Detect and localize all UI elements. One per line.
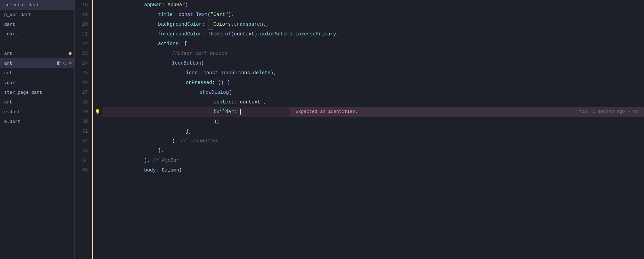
sidebar-item-art3[interactable]: art	[0, 97, 74, 107]
sidebar-item-label: e.dart	[4, 119, 72, 124]
text-cursor	[240, 109, 241, 115]
line-num-28: 28	[75, 97, 88, 107]
editor-gutter: 💡	[92, 0, 102, 259]
code-line-28: context: context ,	[102, 97, 644, 107]
sidebar-item-label: art	[4, 61, 55, 66]
code-line-29: builder: Expected an identifier. You, 1 …	[102, 107, 644, 117]
sidebar-item-label: rt	[4, 41, 72, 47]
code-line-31: },	[102, 126, 644, 136]
gutter-28	[92, 97, 102, 107]
gutter-18	[92, 0, 102, 10]
file-sidebar: selector.dart p_bar.dart dart .dart rt a…	[0, 0, 75, 259]
sidebar-item-label: art	[4, 100, 72, 105]
sidebar-item-label: p_bar.dart	[4, 12, 72, 17]
sidebar-item-art-active[interactable]: art 🗑 1, M	[0, 58, 74, 68]
code-editor-area: 18 19 20 21 22 23 24 25 26 27 28 29 30 3…	[75, 0, 644, 259]
line-num-25: 25	[75, 68, 88, 78]
code-editor[interactable]: 18 19 20 21 22 23 24 25 26 27 28 29 30 3…	[75, 0, 644, 259]
gutter-32	[92, 136, 102, 146]
trash-icon[interactable]: 🗑	[56, 60, 61, 66]
line-num-29: 29	[75, 107, 88, 117]
sidebar-item-label: dart	[4, 22, 72, 27]
code-line-23: //claer cart button	[102, 49, 644, 58]
code-line-18: appBar: AppBar(	[102, 0, 644, 10]
line-num-30: 30	[75, 117, 88, 126]
line-numbers: 18 19 20 21 22 23 24 25 26 27 28 29 30 3…	[75, 0, 92, 259]
line-num-35: 35	[75, 165, 88, 175]
gutter-20	[92, 19, 102, 29]
code-line-19: title: const Text("Cart"),	[102, 10, 644, 19]
line-num-33: 33	[75, 146, 88, 156]
sidebar-item-dart3[interactable]: .dart	[0, 78, 74, 87]
sidebar-item-label: art	[4, 51, 67, 56]
gutter-23	[92, 49, 102, 58]
sidebar-item-label: selector.dart	[4, 2, 72, 8]
sidebar-item-ster-page[interactable]: ster_page.dart	[0, 87, 74, 97]
gutter-35	[92, 165, 102, 175]
sidebar-item-p-bar-dart[interactable]: p_bar.dart	[0, 10, 74, 19]
code-line-34: ), // AppBar	[102, 156, 644, 165]
sidebar-item-art1[interactable]: art	[0, 49, 74, 58]
line-num-22: 22	[75, 39, 88, 49]
gutter-33	[92, 146, 102, 156]
sidebar-item-label: ster_page.dart	[4, 90, 72, 95]
error-time: You, 1 second ago • Un	[579, 107, 638, 117]
gutter-25	[92, 68, 102, 78]
line-num-32: 32	[75, 136, 88, 146]
sidebar-item-rt1[interactable]: rt	[0, 39, 74, 49]
line-num-20: 20	[75, 19, 88, 29]
sidebar-item-dart1[interactable]: dart	[0, 19, 74, 29]
sidebar-item-label: .dart	[4, 32, 72, 37]
gutter-19	[92, 10, 102, 19]
color-box	[208, 19, 213, 30]
code-lines-container: 18 19 20 21 22 23 24 25 26 27 28 29 30 3…	[75, 0, 644, 259]
error-tooltip: Expected an identifier. You, 1 second ag…	[290, 107, 644, 117]
code-line-24: IconButton(	[102, 58, 644, 68]
line-num-19: 19	[75, 10, 88, 19]
line-num-23: 23	[75, 49, 88, 58]
gutter-27	[92, 87, 102, 97]
code-line-22: actions: [	[102, 39, 644, 49]
bulb-icon[interactable]: 💡	[94, 109, 100, 115]
code-line-25: icon: const Icon(Icons.delete),	[102, 68, 644, 78]
code-line-20: backgroundColor: Colors.transparent,	[102, 19, 644, 29]
code-line-26: onPressed: () {	[102, 78, 644, 87]
sidebar-item-e-dart2[interactable]: e.dart	[0, 117, 74, 126]
line-num-34: 34	[75, 156, 88, 165]
code-line-35: body: Column(	[102, 165, 644, 175]
code-line-32: ), // IconButton	[102, 136, 644, 146]
line-num-27: 27	[75, 87, 88, 97]
sidebar-item-e-dart1[interactable]: e.dart	[0, 107, 74, 117]
modified-dot	[69, 52, 72, 55]
gutter-26	[92, 78, 102, 87]
line-num-31: 31	[75, 126, 88, 136]
line-num-18: 18	[75, 0, 88, 10]
gutter-34	[92, 156, 102, 165]
code-line-30: );	[102, 117, 644, 126]
gutter-24	[92, 58, 102, 68]
gutter-21	[92, 29, 102, 39]
sidebar-item-selector-dart[interactable]: selector.dart	[0, 0, 74, 10]
sidebar-item-label: e.dart	[4, 109, 72, 115]
line-num-26: 26	[75, 78, 88, 87]
gutter-31	[92, 126, 102, 136]
sidebar-item-dart2[interactable]: .dart	[0, 29, 74, 39]
sidebar-item-art2[interactable]: art	[0, 68, 74, 78]
code-line-33: ],	[102, 146, 644, 156]
code-line-21: foregroundColor: Theme.of(context).color…	[102, 29, 644, 39]
line-num-24: 24	[75, 58, 88, 68]
gutter-30	[92, 117, 102, 126]
sidebar-item-label: art	[4, 70, 72, 76]
error-message: Expected an identifier.	[296, 107, 358, 117]
sidebar-item-label: .dart	[4, 80, 72, 85]
modified-badge: 1, M	[63, 61, 72, 65]
code-line-27: showDialog(	[102, 87, 644, 97]
code-content[interactable]: appBar: AppBar( title: const Text("Cart"…	[102, 0, 644, 259]
line-num-21: 21	[75, 29, 88, 39]
gutter-29[interactable]: 💡	[92, 107, 102, 117]
gutter-22	[92, 39, 102, 49]
yellow-bar	[92, 0, 93, 259]
